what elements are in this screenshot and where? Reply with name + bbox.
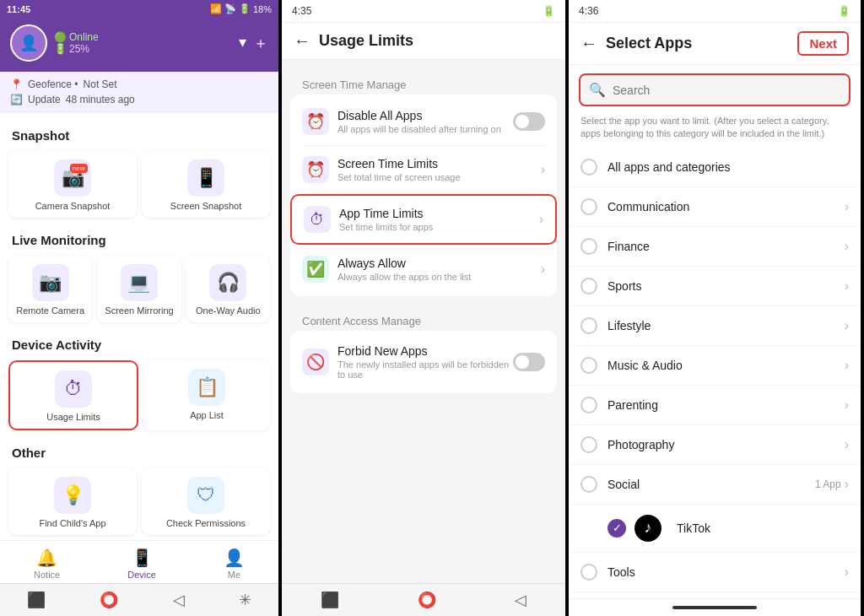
disable-all-apps-icon: ⏰ — [302, 108, 329, 135]
radio-photography[interactable] — [580, 436, 597, 453]
disable-all-apps-item[interactable]: ⏰ Disable All Apps All apps will be disa… — [290, 98, 557, 145]
me-icon: 👤 — [224, 548, 245, 568]
find-child-app-icon: 💡 — [54, 477, 91, 514]
screen-time-limits-item[interactable]: ⏰ Screen Time Limits Set total time of s… — [290, 146, 557, 193]
category-social[interactable]: Social 1 App › — [569, 465, 861, 505]
one-way-audio-item[interactable]: 🎧 One-Way Audio — [186, 256, 270, 322]
category-music-audio-label: Music & Audio — [608, 359, 845, 372]
apps-list: All apps and categories Communication › … — [569, 148, 861, 598]
chevron-finance: › — [845, 239, 849, 254]
chevron-social: › — [845, 477, 849, 492]
expand-icon[interactable]: ▾ — [239, 33, 246, 53]
screen-mirroring-item[interactable]: 💻 Screen Mirroring — [97, 256, 181, 322]
remote-camera-icon: 📷 — [32, 264, 69, 301]
radio-all[interactable] — [580, 159, 597, 176]
back-button-middle[interactable]: ← — [294, 31, 310, 51]
nav-accessibility-icon[interactable]: ✳ — [239, 591, 251, 609]
disable-all-apps-text: Disable All Apps All apps will be disabl… — [338, 109, 513, 134]
forbid-new-apps-icon: 🚫 — [302, 349, 329, 376]
category-music-audio[interactable]: Music & Audio › — [569, 346, 861, 386]
panel2-header: ← Usage Limits — [282, 23, 565, 60]
category-sports[interactable]: Sports › — [569, 267, 861, 306]
find-child-app-item[interactable]: 💡 Find Child's App — [8, 468, 137, 535]
screen-snapshot-icon: 📱 — [187, 159, 224, 197]
category-travel-local[interactable]: Travel & Local › — [569, 592, 861, 598]
radio-sports[interactable] — [580, 278, 597, 294]
nav-back-middle[interactable]: ◁ — [515, 591, 526, 609]
status-time-right: 4:36 — [579, 5, 598, 17]
forbid-new-apps-title: Forbid New Apps — [338, 344, 513, 358]
nav-recent-icon[interactable]: ⬛ — [27, 591, 46, 609]
screen-snapshot-item[interactable]: 📱 Screen Snapshot — [142, 151, 270, 218]
add-icon[interactable]: ＋ — [253, 33, 268, 53]
radio-parenting[interactable] — [580, 397, 597, 413]
app-time-limits-text: App Time Limits Set time limits for apps — [339, 207, 539, 232]
screen-time-limits-icon: ⏰ — [302, 156, 329, 183]
forbid-new-apps-sub: The newly installed apps will be forbidd… — [338, 359, 513, 380]
search-input[interactable] — [613, 84, 840, 97]
radio-tools[interactable] — [580, 564, 597, 581]
section-device-activity: Device Activity — [0, 329, 278, 357]
nav-me[interactable]: 👤 Me — [224, 548, 245, 580]
chevron-communication: › — [845, 199, 849, 214]
remote-camera-item[interactable]: 📷 Remote Camera — [8, 256, 92, 322]
category-finance[interactable]: Finance › — [569, 227, 861, 267]
category-communication[interactable]: Communication › — [569, 187, 861, 227]
check-permissions-item[interactable]: 🛡 Check Permissions — [142, 468, 270, 535]
app-list-icon: 📋 — [188, 369, 225, 406]
app-time-limits-item[interactable]: ⏱ App Time Limits Set time limits for ap… — [290, 194, 557, 245]
forbid-new-apps-right — [513, 353, 545, 371]
nav-back-icon[interactable]: ◁ — [173, 591, 185, 609]
nav-notice[interactable]: 🔔 Notice — [34, 548, 60, 580]
forbid-new-apps-toggle[interactable] — [513, 353, 545, 371]
category-all[interactable]: All apps and categories — [569, 148, 861, 187]
app-list-item[interactable]: 📋 App List — [143, 360, 270, 430]
nav-home-icon[interactable]: ⭕ — [100, 591, 118, 609]
profile-battery: 🔋 25% — [54, 43, 232, 55]
profile-info: 🟢 Online 🔋 25% — [54, 31, 232, 55]
radio-music-audio[interactable] — [580, 357, 597, 374]
usage-limits-item[interactable]: ⏱ Usage Limits — [8, 360, 138, 430]
category-lifestyle[interactable]: Lifestyle › — [569, 306, 861, 346]
screen-time-limits-chevron: › — [541, 162, 545, 177]
status-bar-right: 4:36 🔋 — [569, 0, 861, 23]
nav-device[interactable]: 📱 Device — [127, 548, 156, 580]
always-allow-right: › — [541, 262, 545, 277]
search-box[interactable]: 🔍 — [579, 73, 850, 106]
tiktok-item[interactable]: ✓ ♪ TikTok — [569, 505, 861, 553]
category-tools[interactable]: Tools › — [569, 553, 861, 592]
radio-social[interactable] — [580, 476, 597, 493]
check-permissions-label: Check Permissions — [166, 518, 246, 528]
always-allow-item[interactable]: ✅ Always Allow Always allow the apps on … — [290, 246, 557, 293]
always-allow-icon: ✅ — [302, 256, 329, 283]
disable-all-apps-toggle[interactable] — [513, 112, 545, 131]
screen-time-limits-text: Screen Time Limits Set total time of scr… — [338, 157, 541, 182]
next-button[interactable]: Next — [797, 31, 849, 56]
bottom-nav-left: 🔔 Notice 📱 Device 👤 Me — [0, 540, 278, 583]
refresh-icon: 🔄 — [10, 94, 23, 105]
chevron-tools: › — [845, 565, 849, 580]
battery-icon: 🔋 — [239, 3, 251, 14]
remote-camera-label: Remote Camera — [16, 305, 84, 316]
chevron-photography: › — [845, 437, 849, 452]
radio-lifestyle[interactable] — [580, 317, 597, 334]
radio-finance[interactable] — [580, 238, 597, 255]
content-access-card: 🚫 Forbid New Apps The newly installed ap… — [290, 331, 557, 393]
status-bar-middle: 4:35 🔋 — [282, 0, 565, 23]
camera-snapshot-item[interactable]: 📷new Camera Snapshot — [8, 151, 137, 218]
nav-home-middle[interactable]: ⭕ — [418, 591, 436, 609]
section-snapshot: Snapshot — [0, 120, 278, 148]
forbid-new-apps-item[interactable]: 🚫 Forbid New Apps The newly installed ap… — [290, 334, 557, 390]
me-label: Me — [228, 570, 240, 580]
chevron-music-audio: › — [845, 358, 849, 373]
back-button-right[interactable]: ← — [580, 34, 597, 53]
nav-recent-middle[interactable]: ⬛ — [321, 591, 339, 609]
category-parenting[interactable]: Parenting › — [569, 386, 861, 425]
radio-communication[interactable] — [580, 198, 597, 215]
panel-right: 4:36 🔋 ← Select Apps Next 🔍 Select the a… — [569, 0, 861, 616]
always-allow-chevron: › — [541, 262, 545, 277]
chevron-lifestyle: › — [845, 318, 849, 333]
tiktok-check: ✓ — [608, 519, 626, 538]
category-photography[interactable]: Photography › — [569, 425, 861, 465]
app-time-limits-right: › — [539, 212, 543, 227]
